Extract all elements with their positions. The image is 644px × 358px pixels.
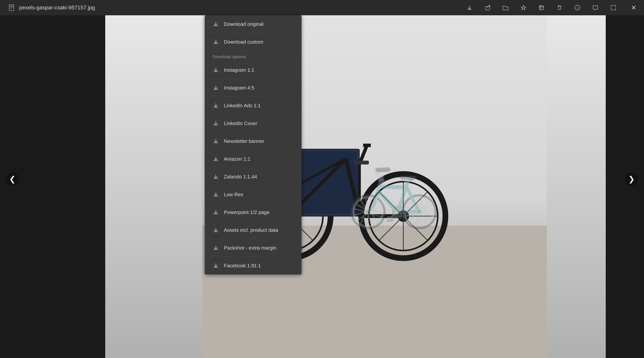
assets-product-item[interactable]: Assets incl. product data <box>205 221 302 239</box>
next-image-button[interactable]: ❯ <box>625 172 638 186</box>
instagram-4-5-icon <box>212 84 219 91</box>
file-type-icon <box>8 4 15 11</box>
zalando-icon <box>212 173 219 180</box>
newsletter-banner-item[interactable]: Newsletter banner <box>205 132 302 150</box>
assets-product-label: Assets incl. product data <box>224 227 278 233</box>
download-original-label: Download original <box>224 21 264 27</box>
instagram-4-5-item[interactable]: Instagram 4:5 <box>205 79 302 97</box>
powerpoint-icon <box>212 209 219 216</box>
linkedin-ads-icon <box>212 102 219 109</box>
svg-point-8 <box>398 210 409 222</box>
trash-button[interactable] <box>555 3 564 12</box>
amazon-item[interactable]: Amazon 1:1 <box>205 150 302 168</box>
star-button[interactable] <box>519 3 528 12</box>
topbar: pexels-gaspar-csaki-957157.jpg <box>0 0 644 15</box>
crop-button[interactable] <box>537 3 546 12</box>
linkedin-cover-icon <box>212 120 219 127</box>
svg-line-25 <box>359 145 367 164</box>
download-custom-item[interactable]: Download custom <box>205 33 302 51</box>
instagram-1-1-label: Instagram 1:1 <box>224 67 254 73</box>
svg-rect-0 <box>9 4 14 11</box>
download-original-icon <box>212 21 219 27</box>
linkedin-ads-label: LinkedIn Ads 1:1 <box>224 103 260 109</box>
prev-image-button[interactable]: ❮ <box>6 172 19 186</box>
download-original-item[interactable]: Download original <box>205 15 302 33</box>
left-sidebar <box>0 15 105 358</box>
comment-button[interactable] <box>591 3 600 12</box>
download-button[interactable] <box>465 3 474 12</box>
folder-button[interactable] <box>501 3 510 12</box>
svg-line-23 <box>346 159 359 216</box>
close-button[interactable]: ✕ <box>631 4 636 11</box>
linkedin-cover-item[interactable]: LinkedIn Cover <box>205 115 302 132</box>
topbar-actions: ✕ <box>465 3 636 12</box>
zalando-item[interactable]: Zalando 1:1.44 <box>205 168 302 186</box>
expand-button[interactable] <box>609 3 618 12</box>
low-res-icon <box>212 191 219 198</box>
download-dropdown: Download original Download custom Downlo… <box>205 15 302 274</box>
linkedin-ads-item[interactable]: LinkedIn Ads 1:1 <box>205 97 302 115</box>
topbar-left: pexels-gaspar-csaki-957157.jpg <box>8 4 465 11</box>
right-sidebar <box>606 15 644 358</box>
packshot-item[interactable]: Packshot - extra margin <box>205 239 302 257</box>
download-options-label: Download options <box>212 54 246 59</box>
instagram-1-1-icon <box>212 66 219 73</box>
download-custom-icon <box>212 38 219 45</box>
linkedin-cover-label: LinkedIn Cover <box>224 120 257 126</box>
facebook-label: Facebook 1.91:1 <box>224 263 261 269</box>
amazon-label: Amazon 1:1 <box>224 156 250 162</box>
packshot-label: Packshot - extra margin <box>224 245 276 251</box>
facebook-icon <box>212 262 219 269</box>
info-button[interactable] <box>573 3 582 12</box>
image-viewer <box>105 15 644 358</box>
low-res-item[interactable]: Low Res <box>205 186 302 203</box>
main-image <box>105 15 644 358</box>
amazon-icon <box>212 155 219 162</box>
newsletter-banner-label: Newsletter banner <box>224 138 264 144</box>
instagram-4-5-label: Instagram 4:5 <box>224 85 254 91</box>
powerpoint-label: Powerpoint 1/2 page <box>224 209 270 215</box>
instagram-1-1-item[interactable]: Instagram 1:1 <box>205 61 302 79</box>
svg-rect-30 <box>354 161 369 164</box>
packshot-icon <box>212 244 219 251</box>
assets-product-icon <box>212 227 219 234</box>
powerpoint-item[interactable]: Powerpoint 1/2 page <box>205 203 302 221</box>
low-res-label: Low Res <box>224 192 243 198</box>
download-custom-label: Download custom <box>224 39 264 45</box>
zalando-label: Zalando 1:1.44 <box>224 174 257 180</box>
newsletter-banner-icon <box>212 138 219 145</box>
download-options-separator: Download options <box>205 51 302 61</box>
share-button[interactable] <box>483 3 492 12</box>
filename-label: pexels-gaspar-csaki-957157.jpg <box>19 4 95 11</box>
svg-rect-1 <box>540 6 543 9</box>
facebook-item[interactable]: Facebook 1.91:1 <box>205 257 302 274</box>
